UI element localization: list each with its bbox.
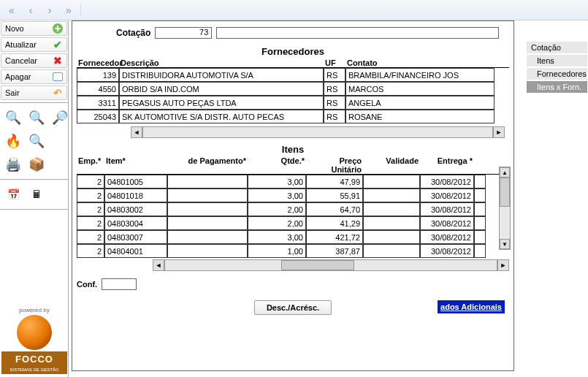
cell-entrega[interactable]: 30/08/2012: [420, 216, 474, 230]
cell-emp[interactable]: 2: [77, 244, 104, 258]
cell-pagamento[interactable]: [167, 202, 248, 216]
scroll-thumb[interactable]: [281, 260, 354, 270]
cell-qtde[interactable]: 3,00: [248, 230, 306, 244]
cell-uf[interactable]: RS: [324, 96, 345, 110]
table-row[interactable]: 3311PEGASUS AUTO PEÇAS LTDARSANGELA: [77, 96, 509, 110]
scroll-down-icon[interactable]: ▼: [500, 239, 510, 249]
cell-extra[interactable]: [474, 230, 486, 244]
scroll-track[interactable]: [142, 126, 493, 138]
package-icon[interactable]: 📦: [26, 154, 47, 175]
cell-emp[interactable]: 2: [77, 216, 104, 230]
itens-hscroll[interactable]: ◄ ►: [153, 259, 509, 271]
itens-vscroll[interactable]: ▲ ▼: [499, 167, 511, 250]
nav-last-icon[interactable]: »: [60, 3, 77, 18]
cell-qtde[interactable]: 3,00: [248, 188, 306, 202]
cell-validade[interactable]: [363, 244, 420, 258]
cell-emp[interactable]: 2: [77, 202, 104, 216]
cell-pagamento[interactable]: [167, 188, 248, 202]
cell-entrega[interactable]: 30/08/2012: [420, 202, 474, 216]
search2-icon[interactable]: 🔍: [26, 107, 47, 128]
cell-pagamento[interactable]: [167, 244, 248, 258]
cell-contato[interactable]: BRAMBILA/FINANCEIRO JOS: [345, 68, 495, 82]
cell-qtde[interactable]: 1,00: [248, 244, 306, 258]
scroll-up-icon[interactable]: ▲: [500, 167, 510, 178]
atualizar-button[interactable]: Atualizar ✔: [1, 37, 67, 52]
cell-descricao[interactable]: DISTRIBUIDORA AUTOMOTIVA S/A: [119, 68, 324, 82]
cell-item[interactable]: 04803002: [104, 202, 167, 216]
cell-fornecedor[interactable]: 25043: [77, 110, 119, 123]
desc-acresc-button[interactable]: Desc./Acrésc.: [254, 300, 332, 315]
scroll-left-icon[interactable]: ◄: [131, 126, 142, 138]
cell-qtde[interactable]: 3,00: [248, 175, 306, 188]
cell-validade[interactable]: [363, 188, 420, 202]
cell-emp[interactable]: 2: [77, 230, 104, 244]
search-icon[interactable]: 🔍: [3, 107, 23, 128]
cell-descricao[interactable]: PEGASUS AUTO PEÇAS LTDA: [119, 96, 324, 110]
cell-fornecedor[interactable]: 3311: [77, 96, 119, 110]
nav-first-icon[interactable]: «: [3, 3, 20, 18]
print-icon[interactable]: 🖨️: [3, 154, 23, 175]
menu-itensxforn[interactable]: Itens x Forn.: [526, 80, 588, 94]
cotacao-number-input[interactable]: 73: [155, 27, 212, 39]
calc-icon[interactable]: 🖩: [26, 184, 47, 205]
table-row[interactable]: 2048010183,0055,9130/08/2012: [77, 188, 509, 202]
cell-preco[interactable]: 47,99: [306, 175, 363, 188]
table-row[interactable]: 2048040011,00387,8730/08/2012: [77, 244, 509, 258]
cell-extra[interactable]: [474, 216, 486, 230]
nav-next-icon[interactable]: ›: [41, 3, 58, 18]
cell-extra[interactable]: [474, 188, 486, 202]
cell-descricao[interactable]: ORBID S/A IND.COM: [119, 82, 324, 96]
cell-extra[interactable]: [474, 202, 486, 216]
cell-item[interactable]: 04801005: [104, 175, 167, 188]
cell-entrega[interactable]: 30/08/2012: [420, 244, 474, 258]
cell-preco[interactable]: 421,72: [306, 230, 363, 244]
cell-pagamento[interactable]: [167, 175, 248, 188]
cell-uf[interactable]: RS: [324, 110, 345, 123]
scroll-track[interactable]: [164, 259, 497, 271]
cell-qtde[interactable]: 2,00: [248, 216, 306, 230]
cell-emp[interactable]: 2: [77, 188, 104, 202]
scroll-thumb[interactable]: [500, 178, 510, 207]
zoomin-icon[interactable]: 🔍: [26, 131, 47, 151]
cell-fornecedor[interactable]: 139: [77, 68, 119, 82]
dados-adicionais-button[interactable]: ados Adicionais: [438, 300, 505, 313]
cell-contato[interactable]: ROSANE: [345, 110, 495, 123]
scroll-right-icon[interactable]: ►: [493, 126, 505, 138]
cell-preco[interactable]: 387,87: [306, 244, 363, 258]
cell-contato[interactable]: MARCOS: [345, 82, 495, 96]
apagar-button[interactable]: Apagar: [1, 69, 67, 84]
menu-itens[interactable]: Itens: [526, 54, 588, 67]
cell-validade[interactable]: [363, 202, 420, 216]
menu-cotacao[interactable]: Cotação: [526, 41, 588, 54]
table-row[interactable]: 4550ORBID S/A IND.COMRSMARCOS: [77, 82, 509, 96]
cell-item[interactable]: 04804001: [104, 244, 167, 258]
cell-uf[interactable]: RS: [324, 82, 345, 96]
cell-pagamento[interactable]: [167, 216, 248, 230]
cell-entrega[interactable]: 30/08/2012: [420, 175, 474, 188]
cell-entrega[interactable]: 30/08/2012: [420, 230, 474, 244]
cotacao-desc-input[interactable]: [216, 27, 499, 39]
cancelar-button[interactable]: Cancelar ✖: [1, 53, 67, 68]
cell-preco[interactable]: 41,29: [306, 216, 363, 230]
scroll-right-icon[interactable]: ►: [497, 259, 509, 271]
cell-entrega[interactable]: 30/08/2012: [420, 188, 474, 202]
cell-descricao[interactable]: SK AUTOMOTIVE S/A DISTR. AUTO PECAS: [119, 110, 324, 123]
cell-emp[interactable]: 2: [77, 175, 104, 188]
cell-extra[interactable]: [474, 175, 486, 188]
cell-validade[interactable]: [363, 175, 420, 188]
forn-hscroll[interactable]: ◄ ►: [131, 126, 505, 138]
cell-fornecedor[interactable]: 4550: [77, 82, 119, 96]
scroll-left-icon[interactable]: ◄: [153, 259, 164, 271]
table-row[interactable]: 139DISTRIBUIDORA AUTOMOTIVA S/ARSBRAMBIL…: [77, 68, 509, 82]
cell-item[interactable]: 04803004: [104, 216, 167, 230]
conf-input[interactable]: [102, 278, 137, 290]
calendar-icon[interactable]: 📅: [3, 184, 23, 205]
table-row[interactable]: 2048030042,0041,2930/08/2012: [77, 216, 509, 230]
cell-validade[interactable]: [363, 230, 420, 244]
nav-prev-icon[interactable]: ‹: [22, 3, 39, 18]
cell-preco[interactable]: 55,91: [306, 188, 363, 202]
cell-item[interactable]: 04803007: [104, 230, 167, 244]
table-row[interactable]: 2048010053,0047,9930/08/2012: [77, 175, 509, 188]
table-row[interactable]: 25043SK AUTOMOTIVE S/A DISTR. AUTO PECAS…: [77, 110, 509, 123]
cell-extra[interactable]: [474, 244, 486, 258]
